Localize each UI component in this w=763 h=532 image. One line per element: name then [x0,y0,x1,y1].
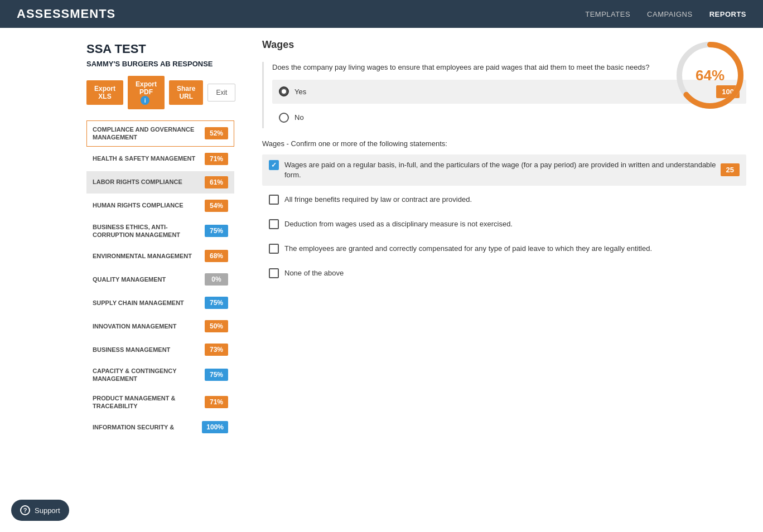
category-name-9: BUSINESS MANAGEMENT [93,346,205,354]
checkbox-0: ✓ [269,160,279,170]
header-nav: TEMPLATES CAMPAIGNS REPORTS [585,10,746,18]
category-name-0: COMPLIANCE AND GOVERNANCE MANAGEMENT [93,125,205,142]
category-name-12: INFORMATION SECURITY & [93,423,202,431]
score-circle-container: 64% [674,39,746,112]
category-badge-4: 75% [205,225,228,237]
category-badge-8: 50% [205,320,228,332]
category-item-12[interactable]: INFORMATION SECURITY &100% [86,416,234,438]
category-badge-6: 0% [205,273,228,286]
checkmark-0: ✓ [271,161,277,169]
app-title: ASSESSMENTS [17,7,585,21]
category-item-5[interactable]: ENVIRONMENTAL MANAGEMENT68% [86,245,234,267]
category-item-7[interactable]: SUPPLY CHAIN MANAGEMENT75% [86,292,234,314]
support-label: Support [35,506,60,515]
left-panel: SSA TEST SAMMY'S BURGERS AB RESPONSE Exp… [0,28,245,532]
checkbox-4 [269,268,279,278]
checkbox-label-1: All fringe benefits required by law or c… [284,195,740,205]
category-name-5: ENVIRONMENTAL MANAGEMENT [93,252,205,260]
share-url-button[interactable]: Share URL [169,80,203,105]
category-item-2[interactable]: LABOR RIGHTS COMPLIANCE61% [86,171,234,194]
exit-button[interactable]: Exit [207,84,235,101]
checkbox-row-0[interactable]: ✓ Wages are paid on a regular basis, in-… [262,154,746,186]
category-badge-0: 52% [205,127,228,139]
checkbox-1 [269,195,279,205]
category-list: COMPLIANCE AND GOVERNANCE MANAGEMENT52%H… [86,120,234,438]
category-badge-9: 73% [205,344,228,356]
checkbox-row-2[interactable]: Deduction from wages used as a disciplin… [262,214,746,235]
question-2-text: Wages - Confirm one or more of the follo… [262,139,746,148]
checkbox-2 [269,219,279,229]
option-no-label: No [294,113,740,122]
category-name-4: BUSINESS ETHICS, ANTI-CORRUPTION MANAGEM… [93,223,205,239]
category-name-11: PRODUCT MANAGEMENT & TRACEABILITY [93,394,205,410]
category-item-4[interactable]: BUSINESS ETHICS, ANTI-CORRUPTION MANAGEM… [86,218,234,244]
page-title: SSA TEST [86,42,234,56]
category-item-9[interactable]: BUSINESS MANAGEMENT73% [86,338,234,361]
category-badge-2: 61% [205,176,228,188]
category-name-10: CAPACITY & CONTINGENCY MANAGEMENT [93,367,205,383]
checkbox-label-3: The employees are granted and correctly … [284,244,740,254]
category-badge-5: 68% [205,250,228,262]
category-item-10[interactable]: CAPACITY & CONTINGENCY MANAGEMENT75% [86,362,234,388]
checkbox-label-4: None of the above [284,268,740,278]
nav-templates[interactable]: TEMPLATES [585,10,630,18]
category-badge-7: 75% [205,297,228,309]
support-button[interactable]: ? Support [11,500,69,521]
checkbox-3 [269,244,279,254]
option-yes-label: Yes [294,88,716,96]
right-panel: 64% Wages Does the company pay living wa… [245,28,763,532]
category-badge-12: 100% [202,421,228,433]
radio-yes [279,86,289,96]
radio-yes-inner [282,89,286,94]
category-badge-10: 75% [205,369,228,381]
checkbox-label-0: Wages are paid on a regular basis, in-fu… [284,160,721,180]
nav-reports[interactable]: REPORTS [709,10,746,18]
category-item-3[interactable]: HUMAN RIGHTS COMPLIANCE54% [86,195,234,217]
main-container: SSA TEST SAMMY'S BURGERS AB RESPONSE Exp… [0,28,763,532]
category-badge-1: 71% [205,153,228,165]
export-pdf-button[interactable]: Export PDF i [128,76,165,109]
question-2-block: Wages - Confirm one or more of the follo… [262,139,746,284]
export-xls-button[interactable]: Export XLS [86,80,123,105]
category-name-8: INNOVATION MANAGEMENT [93,322,205,330]
checkbox-row-4[interactable]: None of the above [262,263,746,284]
info-icon: i [141,96,149,105]
checkbox-row-1[interactable]: All fringe benefits required by law or c… [262,189,746,210]
category-name-6: QUALITY MANAGEMENT [93,275,205,283]
checkbox-row-3[interactable]: The employees are granted and correctly … [262,238,746,259]
radio-no [279,113,289,123]
category-item-0[interactable]: COMPLIANCE AND GOVERNANCE MANAGEMENT52% [86,120,234,147]
category-item-1[interactable]: HEALTH & SAFETY MANAGEMENT71% [86,148,234,170]
category-item-11[interactable]: PRODUCT MANAGEMENT & TRACEABILITY71% [86,389,234,415]
checkbox-score-0: 25 [721,163,740,176]
category-name-1: HEALTH & SAFETY MANAGEMENT [93,154,205,162]
support-icon: ? [20,505,30,515]
category-name-7: SUPPLY CHAIN MANAGEMENT [93,299,205,307]
score-value: 64% [696,67,725,84]
nav-campaigns[interactable]: CAMPAIGNS [647,10,693,18]
category-name-3: HUMAN RIGHTS COMPLIANCE [93,201,205,209]
toolbar: Export XLS Export PDF i Share URL Exit [86,76,234,109]
category-badge-3: 54% [205,200,228,212]
category-badge-11: 71% [205,396,228,408]
category-name-2: LABOR RIGHTS COMPLIANCE [93,178,205,186]
page-subtitle: SAMMY'S BURGERS AB RESPONSE [86,60,234,68]
checkbox-label-2: Deduction from wages used as a disciplin… [284,219,740,229]
category-item-6[interactable]: QUALITY MANAGEMENT0% [86,268,234,291]
header: ASSESSMENTS TEMPLATES CAMPAIGNS REPORTS [0,0,763,28]
category-item-8[interactable]: INNOVATION MANAGEMENT50% [86,315,234,337]
